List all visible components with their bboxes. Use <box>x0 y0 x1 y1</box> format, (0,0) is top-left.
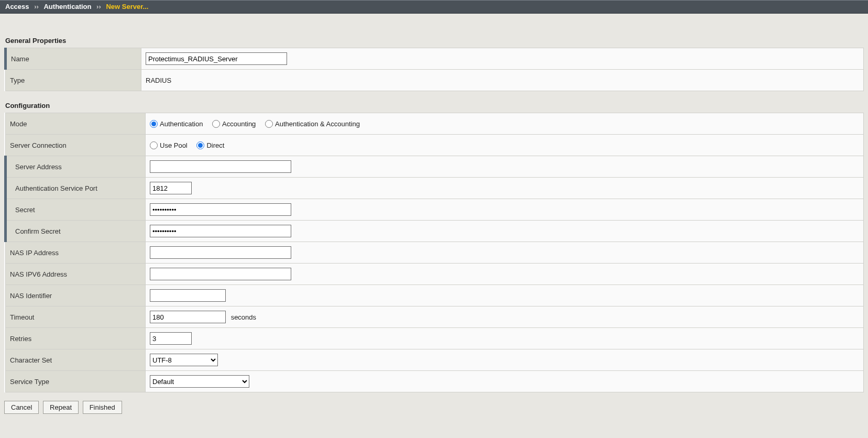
label-retries: Retries <box>6 328 146 349</box>
confirm-secret-input[interactable] <box>150 225 291 237</box>
row-auth-service-port: Authentication Service Port <box>6 178 864 199</box>
value-type: RADIUS <box>141 70 864 91</box>
service-type-select[interactable]: Default <box>150 375 249 388</box>
radio-mode-authentication[interactable] <box>150 120 158 128</box>
label-timeout: Timeout <box>6 306 146 328</box>
row-type: Type RADIUS <box>6 70 864 91</box>
label-server-connection: Server Connection <box>6 135 146 156</box>
action-buttons: Cancel Repeat Finished <box>4 401 864 414</box>
row-confirm-secret: Confirm Secret <box>6 221 864 242</box>
breadcrumb-current: New Server... <box>106 3 148 10</box>
repeat-button[interactable]: Repeat <box>43 401 79 414</box>
cancel-button[interactable]: Cancel <box>4 401 39 414</box>
row-mode: Mode Authentication Accounting Authentic… <box>6 113 864 135</box>
nas-identifier-input[interactable] <box>150 289 226 302</box>
label-name: Name <box>6 48 141 70</box>
label-nas-ip: NAS IP Address <box>6 242 146 264</box>
name-input[interactable] <box>146 52 287 65</box>
nas-ipv6-input[interactable] <box>150 268 291 280</box>
charset-select[interactable]: UTF-8 <box>150 354 218 366</box>
row-charset: Character Set UTF-8 <box>6 349 864 371</box>
row-nas-ip: NAS IP Address <box>6 242 864 264</box>
breadcrumb-authentication[interactable]: Authentication <box>43 3 91 10</box>
radio-conn-direct[interactable] <box>196 141 204 149</box>
radio-label-conn-pool: Use Pool <box>160 141 188 149</box>
radio-conn-pool[interactable] <box>150 141 158 149</box>
radio-label-conn-direct: Direct <box>206 141 224 149</box>
timeout-input[interactable] <box>150 311 226 323</box>
row-server-address: Server Address <box>6 156 864 178</box>
nas-ip-input[interactable] <box>150 246 291 259</box>
radio-mode-both[interactable] <box>265 120 273 128</box>
retries-input[interactable] <box>150 332 192 345</box>
label-type: Type <box>6 70 141 91</box>
breadcrumb-sep-1: ›› <box>31 3 42 10</box>
radio-label-mode-both: Authentication & Accounting <box>275 120 360 128</box>
row-secret: Secret <box>6 199 864 221</box>
secret-input[interactable] <box>150 203 291 216</box>
label-auth-service-port: Authentication Service Port <box>6 178 146 199</box>
label-charset: Character Set <box>6 349 146 371</box>
row-retries: Retries <box>6 328 864 349</box>
configuration-table: Mode Authentication Accounting Authentic… <box>4 113 864 392</box>
radio-label-mode-acct: Accounting <box>222 120 256 128</box>
row-server-connection: Server Connection Use Pool Direct <box>6 135 864 156</box>
label-confirm-secret: Confirm Secret <box>6 221 146 242</box>
general-properties-table: Name Type RADIUS <box>4 48 864 91</box>
breadcrumb-sep-2: ›› <box>93 3 104 10</box>
label-service-type: Service Type <box>6 371 146 392</box>
auth-service-port-input[interactable] <box>150 182 192 194</box>
row-service-type: Service Type Default <box>6 371 864 392</box>
label-nas-identifier: NAS Identifier <box>6 285 146 306</box>
label-nas-ipv6: NAS IPV6 Address <box>6 264 146 285</box>
row-timeout: Timeout seconds <box>6 306 864 328</box>
label-mode: Mode <box>6 113 146 135</box>
radio-mode-accounting[interactable] <box>212 120 220 128</box>
timeout-unit: seconds <box>231 313 256 321</box>
label-server-address: Server Address <box>6 156 146 178</box>
breadcrumb-access[interactable]: Access <box>5 3 29 10</box>
server-address-input[interactable] <box>150 160 291 173</box>
section-config-title: Configuration <box>5 102 864 110</box>
label-secret: Secret <box>6 199 146 221</box>
breadcrumb: Access ›› Authentication ›› New Server..… <box>0 0 868 14</box>
row-name: Name <box>6 48 864 70</box>
finished-button[interactable]: Finished <box>83 401 122 414</box>
radio-label-mode-auth: Authentication <box>160 120 203 128</box>
row-nas-ipv6: NAS IPV6 Address <box>6 264 864 285</box>
row-nas-identifier: NAS Identifier <box>6 285 864 306</box>
section-general-title: General Properties <box>5 37 864 45</box>
